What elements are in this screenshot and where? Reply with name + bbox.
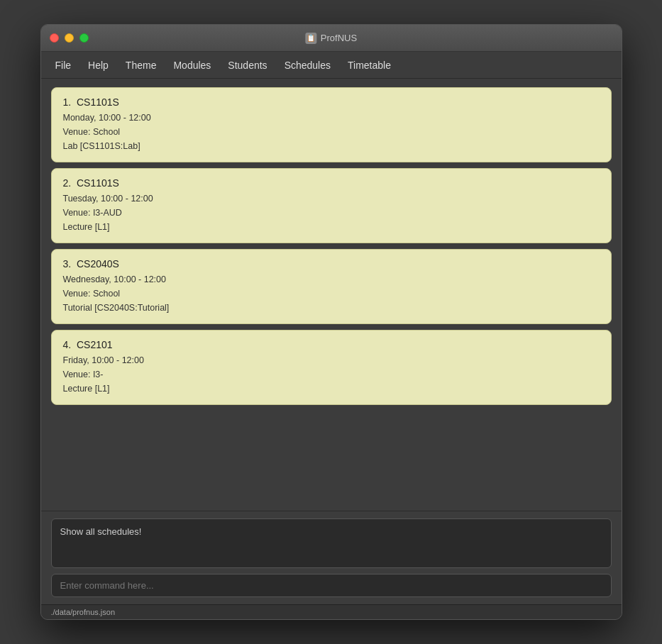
card-type-2: Lecture [L1] — [63, 220, 600, 234]
card-day-2: Tuesday, 10:00 - 12:00 — [63, 191, 600, 206]
app-icon: 📋 — [305, 33, 316, 44]
card-day-4: Friday, 10:00 - 12:00 — [63, 353, 600, 367]
card-title-4: 4. CS2101 — [63, 339, 600, 350]
card-day-1: Monday, 10:00 - 12:00 — [63, 111, 600, 125]
menu-file[interactable]: File — [47, 57, 80, 74]
card-venue-4: Venue: I3- — [63, 367, 600, 382]
card-venue-2: Venue: I3-AUD — [63, 206, 600, 220]
maximize-button[interactable] — [79, 33, 89, 43]
card-type-1: Lab [CS1101S:Lab] — [63, 139, 600, 153]
status-path: ./data/profnus.json — [51, 608, 116, 616]
minimize-button[interactable] — [65, 33, 74, 43]
schedule-card-3[interactable]: 3. CS2040S Wednesday, 10:00 - 12:00 Venu… — [51, 249, 612, 324]
output-box: Show all schedules! — [51, 518, 612, 568]
status-bar: ./data/profnus.json — [41, 604, 622, 619]
window-title: 📋 ProfNUS — [305, 33, 357, 44]
card-detail-2: Tuesday, 10:00 - 12:00 Venue: I3-AUD Lec… — [63, 191, 600, 234]
card-type-3: Tutorial [CS2040S:Tutorial] — [63, 301, 600, 315]
window-title-text: ProfNUS — [321, 33, 357, 43]
menu-students[interactable]: Students — [219, 57, 275, 74]
card-title-2: 2. CS1101S — [63, 177, 600, 189]
schedule-card-4[interactable]: 4. CS2101 Friday, 10:00 - 12:00 Venue: I… — [51, 330, 612, 405]
traffic-lights — [50, 33, 89, 43]
card-title-1: 1. CS1101S — [63, 96, 600, 108]
card-detail-3: Wednesday, 10:00 - 12:00 Venue: School T… — [63, 272, 600, 315]
card-venue-3: Venue: School — [63, 287, 600, 301]
app-window: 📋 ProfNUS File Help Theme Modules Studen… — [40, 24, 622, 620]
close-button[interactable] — [50, 33, 59, 43]
menu-schedules[interactable]: Schedules — [276, 57, 339, 74]
schedule-card-1[interactable]: 1. CS1101S Monday, 10:00 - 12:00 Venue: … — [51, 87, 612, 162]
command-input[interactable] — [51, 574, 612, 597]
menubar: File Help Theme Modules Students Schedul… — [41, 52, 622, 79]
card-type-4: Lecture [L1] — [63, 382, 600, 396]
card-title-3: 3. CS2040S — [63, 258, 600, 270]
menu-help[interactable]: Help — [79, 57, 117, 74]
menu-timetable[interactable]: Timetable — [339, 57, 399, 74]
card-day-3: Wednesday, 10:00 - 12:00 — [63, 272, 600, 287]
menu-theme[interactable]: Theme — [117, 57, 165, 74]
content-area: 1. CS1101S Monday, 10:00 - 12:00 Venue: … — [41, 79, 622, 511]
title-bar: 📋 ProfNUS — [41, 25, 622, 52]
card-detail-4: Friday, 10:00 - 12:00 Venue: I3- Lecture… — [63, 353, 600, 396]
card-venue-1: Venue: School — [63, 125, 600, 139]
menu-modules[interactable]: Modules — [165, 57, 219, 74]
card-detail-1: Monday, 10:00 - 12:00 Venue: School Lab … — [63, 111, 600, 153]
bottom-area: Show all schedules! — [41, 511, 622, 604]
schedule-card-2[interactable]: 2. CS1101S Tuesday, 10:00 - 12:00 Venue:… — [51, 168, 612, 243]
